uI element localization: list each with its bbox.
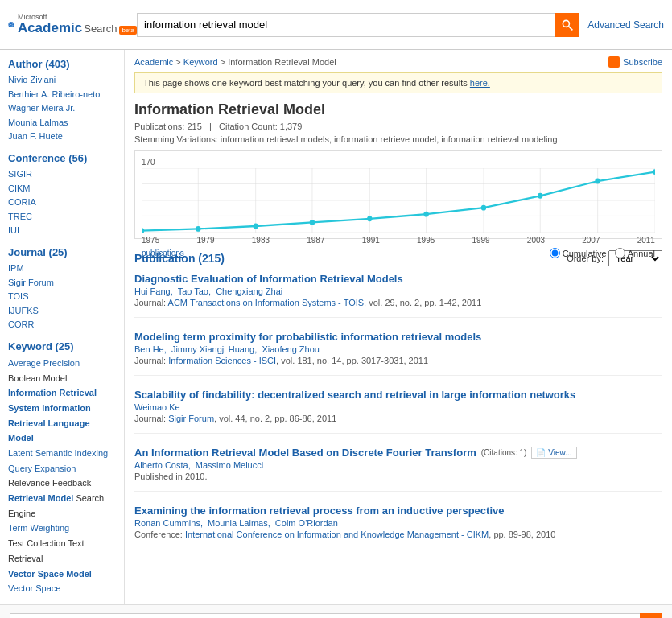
pub-title-link-0[interactable]: Diagnostic Evaluation of Information Ret… (134, 273, 403, 285)
advanced-search-link[interactable]: Advanced Search (587, 19, 664, 31)
conf-link-2[interactable]: CORIA (8, 196, 116, 210)
subscribe-area: Subscribe (608, 56, 662, 68)
pub-authors-1: Ben He, Jimmy Xiangji Huang, Xiaofeng Zh… (134, 344, 662, 354)
pub-title-link-2[interactable]: Scalability of findability: decentralize… (134, 389, 575, 401)
author-link-0[interactable]: Nivio Ziviani (8, 73, 116, 88)
pub-journal-link-2[interactable]: Sigir Forum (168, 414, 214, 423)
journal-section-title: Journal (25) (8, 246, 116, 258)
svg-point-21 (142, 228, 144, 233)
pub-title-row-4: Examining the information retrieval proc… (134, 505, 662, 517)
pub-title-row-2: Scalability of findability: decentralize… (134, 389, 662, 401)
logo-search-word: Search (84, 23, 117, 35)
sidebar: Author (403) Nivio Ziviani Berthier A. R… (0, 50, 125, 604)
pub-author-4-2[interactable]: Colm O'Riordan (275, 518, 338, 528)
search-button[interactable] (555, 13, 579, 37)
svg-point-30 (653, 169, 655, 175)
citation-label: Citation Count: (219, 122, 278, 131)
pub-journal-detail-0: , vol. 29, no. 2, pp. 1-42, 2011 (364, 298, 481, 307)
svg-point-28 (538, 193, 542, 199)
pub-item-2: Scalability of findability: decentralize… (134, 389, 662, 434)
pub-author-3-0[interactable]: Alberto Costa (134, 460, 188, 470)
pub-title-link-4[interactable]: Examining the information retrieval proc… (134, 505, 504, 517)
kw-link-term-weighting[interactable]: Term Weighting (8, 523, 69, 533)
view-label-3: View... (548, 448, 571, 457)
pub-author-1-2[interactable]: Xiaofeng Zhou (262, 344, 320, 354)
pub-author-4-0[interactable]: Ronan Cummins (134, 518, 200, 528)
pub-journal-0: Journal: ACM Transactions on Information… (134, 298, 662, 307)
keyword-area: Average Precision Boolean Model Informat… (8, 356, 116, 596)
chart-bottom: publications Cumulative Annual (142, 248, 655, 258)
chart-options: Cumulative Annual (550, 248, 655, 258)
pub-view-btn-3[interactable]: 📄 View... (531, 447, 576, 459)
conf-link-3[interactable]: TREC (8, 210, 116, 225)
annual-option[interactable]: Annual (615, 248, 655, 258)
journal-link-2[interactable]: TOIS (8, 290, 116, 304)
notice-link[interactable]: here. (470, 78, 490, 88)
cumulative-option[interactable]: Cumulative (550, 248, 607, 258)
journal-link-3[interactable]: IJUFKS (8, 304, 116, 319)
logo-icon (8, 6, 14, 43)
pub-journal-detail-4: , pp. 89-98, 2010 (489, 529, 555, 539)
stemming-label: Stemming Variations: (134, 134, 218, 144)
bottom-search-input[interactable]: information retrieval model (10, 613, 640, 618)
logo-area: Microsoft Academic Search beta (8, 6, 137, 43)
annual-radio[interactable] (615, 248, 625, 258)
kw-relevance-feedback: Relevance Feedback (8, 478, 91, 488)
author-link-1[interactable]: Berthier A. Ribeiro-neto (8, 88, 116, 102)
pub-published-3: Published in 2010. (134, 472, 662, 481)
kw-link-latent-semantic[interactable]: Latent Semantic Indexing (8, 448, 108, 458)
search-input[interactable]: information retrieval model (137, 13, 555, 37)
publications-chart-link[interactable]: publications (142, 249, 184, 258)
bottom-search-button[interactable] (640, 613, 662, 618)
pub-author-4-1[interactable]: Mounia Lalmas (208, 518, 268, 528)
pub-journal-link-1[interactable]: Information Sciences - ISCI (168, 356, 276, 365)
kw-link-vector-space-model[interactable]: Vector Space Model (8, 569, 92, 579)
svg-point-4 (563, 20, 570, 27)
pub-journal-detail-2: , vol. 44, no. 2, pp. 86-86, 2011 (214, 414, 336, 423)
pub-title-link-1[interactable]: Modeling term proximity for probabilisti… (134, 331, 481, 343)
pub-author-0-1[interactable]: Tao Tao (178, 286, 208, 296)
author-link-4[interactable]: Juan F. Huete (8, 130, 116, 144)
pub-author-1-1[interactable]: Jimmy Xiangji Huang (171, 344, 254, 354)
header: Microsoft Academic Search beta informati… (0, 0, 672, 50)
pub-title-link-3[interactable]: An Information Retrieval Model Based on … (134, 447, 476, 459)
svg-point-26 (423, 212, 428, 217)
breadcrumb-sep1: > (175, 57, 183, 67)
notice-text: This page shows one keyword best matchin… (143, 78, 470, 88)
stemming-values: information retrieval models, informatio… (221, 134, 558, 144)
pub-author-0-0[interactable]: Hui Fang (134, 286, 171, 296)
breadcrumb-academic[interactable]: Academic (134, 57, 173, 67)
kw-link-retrieval-model[interactable]: Retrieval Model (8, 493, 73, 503)
author-link-2[interactable]: Wagner Meira Jr. (8, 101, 116, 116)
pub-author-3-1[interactable]: Massimo Melucci (196, 460, 263, 470)
author-link-3[interactable]: Mounia Lalmas (8, 116, 116, 130)
pub-journal-link-0[interactable]: ACM Transactions on Information Systems … (168, 298, 365, 307)
breadcrumb-keyword[interactable]: Keyword (183, 57, 218, 67)
journal-link-4[interactable]: CORR (8, 318, 116, 332)
svg-point-25 (367, 216, 372, 221)
svg-point-24 (310, 220, 315, 225)
kw-test-collection: Test Collection (8, 538, 66, 548)
pub-journal-link-4[interactable]: International Conference on Information … (185, 529, 489, 539)
pub-author-0-2[interactable]: Chengxiang Zhai (216, 286, 282, 296)
kw-link-query-expansion[interactable]: Query Expansion (8, 464, 76, 473)
kw-link-average-precision[interactable]: Average Precision (8, 358, 80, 368)
pub-author-2-0[interactable]: Weimao Ke (134, 402, 180, 412)
pub-journal-1: Journal: Information Sciences - ISCI, vo… (134, 356, 662, 365)
journal-link-1[interactable]: Sigir Forum (8, 276, 116, 290)
bottom-search: information retrieval model (0, 604, 672, 618)
journal-link-0[interactable]: IPM (8, 262, 116, 276)
conf-link-1[interactable]: CIKM (8, 182, 116, 196)
conf-link-4[interactable]: IUI (8, 224, 116, 238)
pub-title-row-0: Diagnostic Evaluation of Information Ret… (134, 273, 662, 285)
cumulative-radio[interactable] (550, 248, 560, 258)
svg-point-29 (595, 179, 600, 184)
pub-authors-2: Weimao Ke (134, 402, 662, 412)
subscribe-link[interactable]: Subscribe (623, 57, 662, 67)
kw-link-vector-space[interactable]: Vector Space (8, 583, 60, 593)
conf-link-0[interactable]: SIGIR (8, 167, 116, 182)
pub-author-1-0[interactable]: Ben He (134, 344, 164, 354)
keyword-title: Information Retrieval Model (134, 101, 662, 118)
pub-journal-2: Journal: Sigir Forum, vol. 44, no. 2, pp… (134, 414, 662, 423)
pub-journal-detail-1: , vol. 181, no. 14, pp. 3017-3031, 2011 (276, 356, 428, 365)
